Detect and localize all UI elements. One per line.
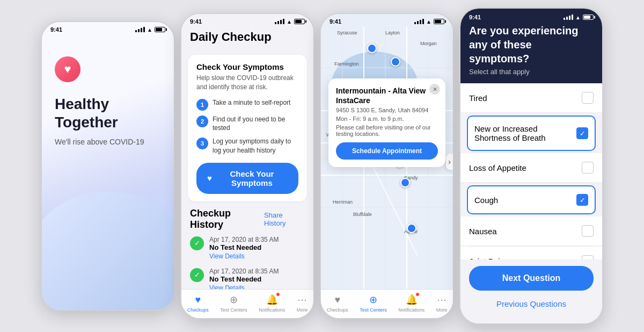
- wifi-icon-3: ▲: [426, 19, 431, 25]
- nav-notifications-label-2: Notifications: [259, 307, 285, 313]
- battery-icon-2: [294, 19, 305, 24]
- history-section: Checkup History Share History ✓ Apr 17, …: [181, 208, 313, 292]
- map-pin-7[interactable]: [400, 178, 410, 187]
- nav-notifications-2[interactable]: 🔔 Notifications: [259, 294, 285, 313]
- nav-notifications-3[interactable]: 🔔 Notifications: [398, 294, 425, 313]
- check-btn-heart-icon: ♥: [207, 174, 212, 183]
- nav-testcenters-3[interactable]: ⊕ Test Centers: [360, 294, 387, 313]
- history-header: Checkup History Share History: [190, 208, 305, 230]
- checkbox-cough[interactable]: ✓: [576, 194, 588, 206]
- wifi-icon-1: ▲: [147, 27, 152, 33]
- checkbox-breath[interactable]: ✓: [576, 127, 588, 139]
- screens-container: 9:41 ▲ ♥ Healthy: [0, 0, 644, 332]
- history-item-1: ✓ Apr 17, 2020 at 8:35 AM No Test Needed…: [190, 236, 305, 260]
- nav-testcenters-icon-2: ⊕: [230, 294, 238, 306]
- battery-icon-4: [583, 15, 594, 20]
- symptom-breath[interactable]: New or Increased Shortness of Breath ✓: [467, 116, 596, 151]
- schedule-appointment-button[interactable]: Schedule Appointment: [336, 142, 438, 160]
- symptoms-header: 9:41 ▲ Are you experiencing any of these…: [460, 9, 602, 83]
- step-num-2: 2: [196, 116, 208, 127]
- map-label-morgan: Morgan: [420, 41, 437, 46]
- nav-checkups-2[interactable]: ♥ Checkups: [187, 294, 209, 313]
- symptom-nausea[interactable]: Nausea: [460, 216, 602, 246]
- popup-address: 9450 S 1300 E, Sandy, Utah 84094: [336, 107, 438, 113]
- nav-more-icon-3: ⋯: [437, 294, 447, 306]
- status-icons-2: ▲: [275, 19, 305, 25]
- signal-bar-4-3: [569, 16, 570, 20]
- daily-checkup-title: Daily Checkup: [190, 30, 305, 44]
- signal-bar-4: [143, 27, 145, 32]
- signal-bar-2-1: [275, 22, 276, 24]
- screen1-content: ♥ Healthy Together We'll rise above COVI…: [42, 35, 174, 157]
- battery-icon-3: [434, 19, 444, 24]
- previous-questions-link[interactable]: Previous Questions: [460, 295, 602, 313]
- symptom-cough[interactable]: Cough ✓: [467, 185, 596, 214]
- nav-testcenters-2[interactable]: ⊕ Test Centers: [220, 294, 247, 313]
- daily-checkup-header: Daily Checkup: [181, 27, 313, 55]
- map-pin-2[interactable]: [391, 57, 400, 67]
- map-pin-8[interactable]: [407, 223, 416, 233]
- notification-badge-2: [276, 292, 280, 297]
- status-bar-4: 9:41 ▲: [469, 12, 594, 24]
- symptom-appetite[interactable]: Loss of Appetite: [460, 153, 602, 183]
- signal-bar-2: [138, 29, 140, 32]
- checkup-card: Check Your Symptoms Help slow the COVID-…: [188, 55, 307, 201]
- location-popup: ✕ Intermountain - Alta View InstaCare 94…: [328, 78, 445, 167]
- checkbox-nausea[interactable]: [582, 225, 594, 237]
- nav-more-2[interactable]: ⋯ More: [297, 294, 308, 313]
- signal-bar-3-3: [420, 20, 421, 24]
- history-date-1: Apr 17, 2020 at 8:35 AM: [209, 236, 279, 243]
- signal-bar-2-2: [277, 21, 279, 24]
- symptoms-instruction: Select all that apply: [469, 68, 594, 76]
- battery-icon-1: [155, 27, 165, 32]
- map-pin-1[interactable]: [367, 44, 377, 53]
- status-icons-1: ▲: [135, 27, 165, 33]
- time-2: 9:41: [190, 18, 202, 25]
- nav-checkups-3[interactable]: ♥ Checkups: [327, 294, 348, 313]
- notification-badge-3: [415, 292, 420, 297]
- checkbox-tired[interactable]: [582, 92, 594, 104]
- status-bar-2: 9:41 ▲: [181, 14, 313, 27]
- checkbox-appetite[interactable]: [582, 162, 594, 174]
- signal-bar-4-2: [566, 17, 568, 20]
- step-text-2: Find out if you need to be tested: [213, 115, 298, 133]
- time-4: 9:41: [469, 14, 481, 20]
- map-label-syracuse: Syracuse: [337, 30, 357, 35]
- phone-1: 9:41 ▲ ♥ Healthy: [41, 21, 175, 311]
- nav-testcenters-icon-3: ⊕: [369, 294, 377, 306]
- history-date-2: Apr 17, 2020 at 8:35 AM: [209, 268, 279, 275]
- nav-checkups-label-3: Checkups: [327, 307, 348, 313]
- nav-more-3[interactable]: ⋯ More: [436, 294, 448, 313]
- nav-checkups-label-2: Checkups: [187, 307, 209, 313]
- check-symptoms-button[interactable]: ♥ Check Your Symptoms: [196, 163, 298, 194]
- nav-badge-2: 🔔: [266, 294, 278, 306]
- divider-1: [469, 113, 594, 113]
- nav-checkups-icon-3: ♥: [334, 294, 340, 306]
- check-btn-label: Check Your Symptoms: [216, 169, 288, 187]
- map-label-herriman: Herriman: [333, 199, 353, 205]
- checkup-card-subtitle: Help slow the COVID-19 outbreak and iden…: [196, 74, 298, 92]
- popup-close-button[interactable]: ✕: [429, 84, 440, 95]
- nav-more-icon-2: ⋯: [297, 294, 307, 306]
- status-bar-1: 9:41 ▲: [42, 22, 174, 35]
- share-history-link[interactable]: Share History: [264, 211, 305, 227]
- step-2: 2 Find out if you need to be tested: [196, 115, 298, 133]
- next-question-button[interactable]: Next Question: [469, 266, 594, 291]
- history-title: Checkup History: [190, 208, 264, 230]
- phone-2: 9:41 ▲ Daily Checkup Check: [180, 13, 314, 319]
- history-link-1[interactable]: View Details: [209, 252, 279, 260]
- popup-title: Intermountain - Alta View InstaCare: [336, 86, 438, 105]
- nav-notifications-label-3: Notifications: [398, 307, 425, 313]
- status-bar-3: 9:41 ▲: [321, 14, 453, 27]
- step-num-1: 1: [196, 99, 208, 111]
- signal-bar-3-2: [417, 21, 419, 24]
- signal-bar-3-4: [422, 19, 424, 24]
- history-icon-2: ✓: [190, 268, 204, 282]
- step-3: 3 Log your symptoms daily to log your he…: [196, 137, 298, 155]
- symptom-tired[interactable]: Tired: [460, 83, 602, 113]
- signal-bar-3-1: [414, 22, 416, 24]
- app-subtitle: We'll rise above COVID-19: [55, 138, 161, 146]
- status-icons-4: ▲: [564, 15, 594, 20]
- phone-3: 9:41 ▲: [320, 13, 454, 319]
- map-expand-button[interactable]: ›: [446, 154, 453, 170]
